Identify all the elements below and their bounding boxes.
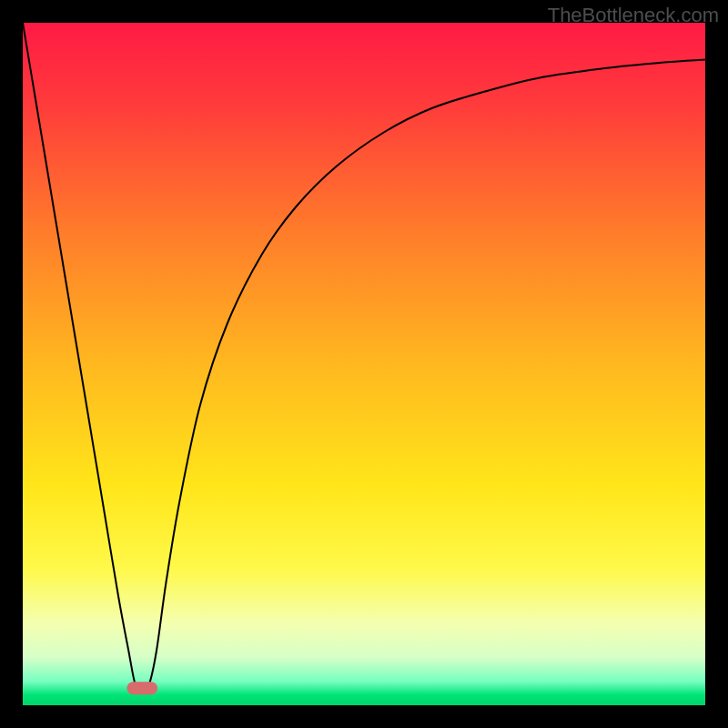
watermark-text: TheBottleneck.com [548,4,719,27]
chart-svg [23,23,705,705]
gradient-background [23,23,705,705]
chart-frame: TheBottleneck.com [0,0,728,728]
min-point-right [145,682,157,694]
min-point-left [127,682,140,694]
plot-area [23,23,705,705]
